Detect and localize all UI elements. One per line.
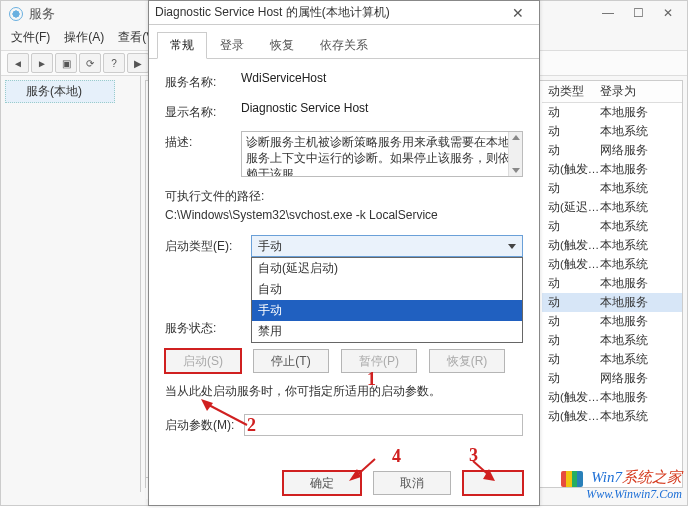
dialog-titlebar: Diagnostic Service Host 的属性(本地计算机) ✕ (149, 1, 539, 25)
table-row[interactable]: 动(延迟…本地系统 (542, 198, 682, 217)
cell-logon-as: 本地系统 (600, 219, 670, 234)
tb-fwd-icon[interactable]: ► (31, 53, 53, 73)
services-icon (9, 7, 23, 21)
table-row[interactable]: 动本地服务 (542, 293, 682, 312)
minimize-button[interactable]: — (593, 3, 623, 23)
pause-button[interactable]: 暂停(P) (341, 349, 417, 373)
cell-startup-type: 动(触发… (548, 390, 600, 405)
cell-startup-type: 动(触发… (548, 257, 600, 272)
cell-startup-type: 动 (548, 105, 600, 120)
mmc-tree: 服务(本地) (1, 76, 141, 492)
table-row[interactable]: 动(触发…本地系统 (542, 407, 682, 426)
table-row[interactable]: 动本地服务 (542, 312, 682, 331)
table-row[interactable]: 动本地系统 (542, 350, 682, 369)
cell-startup-type: 动 (548, 124, 600, 139)
service-properties-dialog: Diagnostic Service Host 的属性(本地计算机) ✕ 常规 … (148, 0, 540, 506)
gear-icon (10, 86, 22, 98)
start-button[interactable]: 启动(S) (165, 349, 241, 373)
dialog-close-button[interactable]: ✕ (503, 5, 533, 21)
startup-type-combo[interactable]: 手动 自动(延迟启动) 自动 手动 禁用 (251, 235, 523, 257)
maximize-button[interactable]: ☐ (623, 3, 653, 23)
cell-logon-as: 本地系统 (600, 124, 670, 139)
tab-dependencies[interactable]: 依存关系 (307, 32, 381, 59)
table-row[interactable]: 动本地服务 (542, 274, 682, 293)
cell-logon-as: 网络服务 (600, 143, 670, 158)
tab-logon[interactable]: 登录 (207, 32, 257, 59)
cell-startup-type: 动 (548, 276, 600, 291)
table-row[interactable]: 动(触发…本地系统 (542, 255, 682, 274)
apply-button[interactable] (463, 471, 523, 495)
dialog-tabs: 常规 登录 恢复 依存关系 (149, 25, 539, 59)
annotation-4: 4 (392, 446, 401, 467)
cell-logon-as: 本地系统 (600, 352, 670, 367)
col-startup-type[interactable]: 动类型 (548, 83, 600, 100)
table-row[interactable]: 动本地系统 (542, 331, 682, 350)
display-name-label: 显示名称: (165, 101, 241, 121)
cell-logon-as: 网络服务 (600, 371, 670, 386)
watermark: Win7系统之家 Www.Winwin7.Com (561, 468, 682, 502)
description-text: 诊断服务主机被诊断策略服务用来承载需要在本地服务上下文中运行的诊断。如果停止该服… (246, 136, 510, 177)
option-auto-delayed[interactable]: 自动(延迟启动) (252, 258, 522, 279)
tb-up-icon[interactable]: ▣ (55, 53, 77, 73)
service-state-label: 服务状态: (165, 317, 251, 337)
cell-logon-as: 本地系统 (600, 257, 670, 272)
cell-startup-type: 动 (548, 314, 600, 329)
cell-logon-as: 本地系统 (600, 409, 670, 424)
startup-params-input[interactable] (244, 414, 523, 436)
table-row[interactable]: 动网络服务 (542, 369, 682, 388)
annotation-1: 1 (367, 369, 376, 390)
table-row[interactable]: 动本地系统 (542, 122, 682, 141)
cell-logon-as: 本地系统 (600, 200, 670, 215)
cell-logon-as: 本地服务 (600, 276, 670, 291)
annotation-3: 3 (469, 445, 478, 466)
option-disabled[interactable]: 禁用 (252, 321, 522, 342)
tab-general[interactable]: 常规 (157, 32, 207, 59)
menu-action[interactable]: 操作(A) (64, 29, 104, 46)
scrollbar[interactable] (508, 132, 522, 176)
cell-startup-type: 动(触发… (548, 162, 600, 177)
startup-params-label: 启动参数(M): (165, 417, 234, 434)
close-button[interactable]: ✕ (653, 3, 683, 23)
menu-file[interactable]: 文件(F) (11, 29, 50, 46)
wm-win7: Win7 (591, 469, 622, 485)
cell-startup-type: 动(触发… (548, 409, 600, 424)
cell-logon-as: 本地系统 (600, 181, 670, 196)
tb-help-icon[interactable]: ? (103, 53, 125, 73)
cell-logon-as: 本地服务 (600, 295, 670, 310)
table-row[interactable]: 动本地系统 (542, 179, 682, 198)
table-row[interactable]: 动(触发…本地服务 (542, 160, 682, 179)
tab-recovery[interactable]: 恢复 (257, 32, 307, 59)
ok-button[interactable]: 确定 (283, 471, 361, 495)
exe-path-label: 可执行文件的路径: (165, 187, 523, 206)
startup-type-dropdown: 自动(延迟启动) 自动 手动 禁用 (251, 257, 523, 343)
service-table: 动类型 登录为 动本地服务动本地系统动网络服务动(触发…本地服务动本地系统动(延… (542, 81, 682, 487)
tb-back-icon[interactable]: ◄ (7, 53, 29, 73)
resume-button[interactable]: 恢复(R) (429, 349, 505, 373)
service-name-label: 服务名称: (165, 71, 241, 91)
dialog-title: Diagnostic Service Host 的属性(本地计算机) (155, 4, 390, 21)
tree-root-item[interactable]: 服务(本地) (5, 80, 115, 103)
cell-startup-type: 动 (548, 219, 600, 234)
tb-play-icon[interactable]: ▶ (127, 53, 149, 73)
table-row[interactable]: 动本地服务 (542, 103, 682, 122)
stop-button[interactable]: 停止(T) (253, 349, 329, 373)
tb-refresh-icon[interactable]: ⟳ (79, 53, 101, 73)
startup-param-hint: 当从此处启动服务时，你可指定所适用的启动参数。 (165, 383, 523, 400)
option-auto[interactable]: 自动 (252, 279, 522, 300)
table-header: 动类型 登录为 (542, 81, 682, 103)
col-logon-as[interactable]: 登录为 (600, 83, 670, 100)
mmc-title-text: 服务 (29, 5, 55, 23)
tree-root-label: 服务(本地) (26, 83, 82, 100)
cancel-button[interactable]: 取消 (373, 471, 451, 495)
table-row[interactable]: 动(触发…本地系统 (542, 236, 682, 255)
flag-icon (561, 471, 583, 487)
cell-startup-type: 动 (548, 352, 600, 367)
table-row[interactable]: 动网络服务 (542, 141, 682, 160)
description-box[interactable]: 诊断服务主机被诊断策略服务用来承载需要在本地服务上下文中运行的诊断。如果停止该服… (241, 131, 523, 177)
table-row[interactable]: 动本地系统 (542, 217, 682, 236)
cell-logon-as: 本地服务 (600, 390, 670, 405)
table-rows: 动本地服务动本地系统动网络服务动(触发…本地服务动本地系统动(延迟…本地系统动本… (542, 103, 682, 426)
startup-type-value[interactable]: 手动 (251, 235, 523, 257)
option-manual[interactable]: 手动 (252, 300, 522, 321)
table-row[interactable]: 动(触发…本地服务 (542, 388, 682, 407)
